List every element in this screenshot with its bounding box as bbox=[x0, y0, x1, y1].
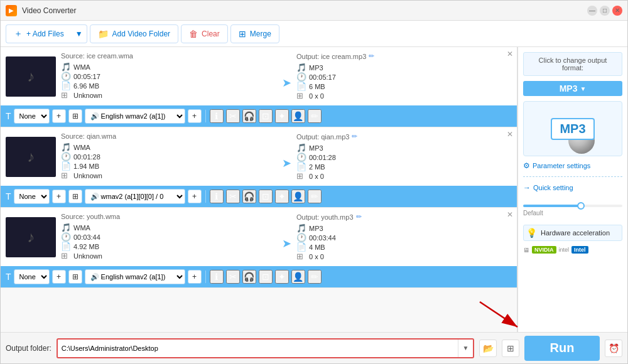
add-track-btn-2[interactable]: + bbox=[52, 190, 66, 203]
quality-slider-thumb[interactable] bbox=[577, 202, 585, 210]
settings-icon: ⚙ bbox=[523, 161, 530, 170]
minimize-button[interactable]: — bbox=[587, 6, 597, 16]
audio-btn-3[interactable]: 🎧 bbox=[242, 270, 256, 284]
close-button[interactable]: ✕ bbox=[612, 6, 622, 16]
add-audio-btn-1[interactable]: + bbox=[188, 109, 202, 123]
audio-btn-2[interactable]: 🎧 bbox=[242, 190, 256, 203]
maximize-button[interactable]: □ bbox=[600, 6, 610, 16]
out-size-icon-3: 📄 bbox=[296, 242, 306, 252]
effect-btn-2[interactable]: ✦ bbox=[275, 190, 289, 203]
output-folder-input[interactable] bbox=[58, 340, 458, 357]
watermark-btn-2[interactable]: 👤 bbox=[291, 190, 305, 203]
current-format: MP3 bbox=[560, 83, 578, 94]
audio-select-1[interactable]: 🔊 English wmav2 (a[1]) bbox=[85, 109, 185, 124]
info-btn-3[interactable]: ℹ bbox=[210, 270, 224, 284]
preview-icon: ⊞ bbox=[507, 343, 514, 353]
title-bar: ▶ Video Converter — □ ✕ bbox=[1, 1, 627, 21]
file-output-3: Output: youth.mp3 ✏ bbox=[296, 213, 512, 221]
remove-file-1-button[interactable]: ✕ bbox=[506, 50, 514, 58]
remove-file-2-button[interactable]: ✕ bbox=[506, 130, 514, 139]
size-icon: 📄 bbox=[61, 81, 71, 90]
preview-button[interactable]: ⊞ bbox=[502, 340, 519, 357]
edit-output-icon-1[interactable]: ✏ bbox=[369, 52, 374, 60]
hw-text: Hardware acceleration bbox=[541, 229, 610, 237]
format-icon-3: 🎵 bbox=[61, 223, 71, 232]
crop-btn-2[interactable]: ⊡ bbox=[259, 190, 273, 203]
slider-label: Default bbox=[523, 210, 543, 217]
gpu-icon: 🖥 bbox=[523, 247, 529, 254]
edit-btn-2[interactable]: ✏ bbox=[308, 190, 322, 203]
dim-icon: ⊞ bbox=[61, 90, 71, 100]
file-thumbnail-2: ♪ bbox=[6, 137, 56, 177]
quality-slider-track[interactable] bbox=[523, 205, 622, 207]
add-track-btn-1[interactable]: + bbox=[52, 109, 66, 123]
file-source-3: Source: youth.wma bbox=[61, 213, 276, 220]
edit-track-btn-3[interactable]: ⊞ bbox=[68, 270, 82, 284]
subtitle-icon: T bbox=[6, 111, 11, 121]
add-track-btn-3[interactable]: + bbox=[52, 270, 66, 284]
info-btn-2[interactable]: ℹ bbox=[210, 190, 224, 203]
file-output-1: Output: ice cream.mp3 ✏ bbox=[296, 52, 512, 60]
crop-btn-3[interactable]: ⊡ bbox=[259, 270, 273, 284]
output-folder-label: Output folder: bbox=[6, 344, 51, 353]
alarm-button[interactable]: ⏰ bbox=[605, 340, 622, 357]
file-output-2: Output: qian.mp3 ✏ bbox=[296, 132, 512, 141]
dim-icon-2: ⊞ bbox=[61, 171, 71, 180]
mp3-format-label: MP3 bbox=[560, 122, 585, 136]
clear-button[interactable]: 🗑 Clear bbox=[181, 24, 228, 43]
watermark-btn-1[interactable]: 👤 bbox=[291, 109, 305, 123]
add-audio-btn-3[interactable]: + bbox=[188, 270, 202, 284]
merge-button[interactable]: ⊞ Merge bbox=[230, 24, 279, 43]
file-source-1: Source: ice cream.wma bbox=[61, 52, 276, 60]
format-selector[interactable]: MP3 ▼ bbox=[523, 81, 622, 96]
edit-output-icon-3[interactable]: ✏ bbox=[356, 213, 362, 221]
run-button[interactable]: Run bbox=[524, 336, 600, 361]
audio-btn-1[interactable]: 🎧 bbox=[242, 109, 256, 123]
parameter-settings-link[interactable]: ⚙ Parameter settings bbox=[523, 161, 622, 170]
audio-select-3[interactable]: 🔊 English wmav2 (a[1]) bbox=[85, 269, 185, 284]
audio-select-2[interactable]: 🔊 wmav2 (a[1][0][0] / 0 bbox=[85, 189, 185, 204]
none-select-2[interactable]: None bbox=[14, 189, 50, 204]
effect-btn-1[interactable]: ✦ bbox=[275, 109, 289, 123]
file-thumbnail-3: ♪ bbox=[6, 217, 56, 257]
app-title: Video Converter bbox=[22, 6, 77, 15]
edit-btn-3[interactable]: ✏ bbox=[308, 270, 322, 284]
file-thumbnail-1: ♪ bbox=[6, 56, 56, 97]
add-folder-dropdown[interactable]: ▼ bbox=[72, 24, 87, 43]
trash-icon: 🗑 bbox=[189, 29, 198, 39]
info-btn-1[interactable]: ℹ bbox=[210, 109, 224, 123]
quick-setting-link[interactable]: → Quick setting bbox=[523, 183, 622, 192]
cut-btn-2[interactable]: ✂ bbox=[226, 190, 240, 203]
remove-file-3-button[interactable]: ✕ bbox=[506, 210, 514, 219]
subtitle-icon-2: T bbox=[6, 191, 11, 201]
merge-icon: ⊞ bbox=[239, 29, 246, 39]
gpu-badges: 🖥 NVIDIA intel Intel bbox=[523, 246, 622, 254]
hw-acceleration-section: 💡 Hardware acceleration bbox=[523, 225, 622, 241]
control-bar-2: T None + ⊞ 🔊 wmav2 (a[1][0][0] / 0 + ℹ ✂… bbox=[1, 186, 517, 207]
add-video-folder-button[interactable]: 📁 Add Video Folder bbox=[90, 24, 179, 43]
add-files-button[interactable]: ＋ + Add Files bbox=[6, 24, 72, 43]
edit-track-btn-1[interactable]: ⊞ bbox=[68, 109, 82, 123]
cut-btn-1[interactable]: ✂ bbox=[226, 109, 240, 123]
clock-icon: 🕐 bbox=[61, 72, 71, 81]
watermark-btn-3[interactable]: 👤 bbox=[291, 270, 305, 284]
file-item: ♪ Source: ice cream.wma 🎵 WMA bbox=[1, 47, 517, 127]
output-folder-dropdown-button[interactable]: ▼ bbox=[458, 340, 473, 357]
none-select-3[interactable]: None bbox=[14, 269, 50, 284]
add-audio-btn-2[interactable]: + bbox=[188, 190, 202, 203]
crop-btn-1[interactable]: ⊡ bbox=[259, 109, 273, 123]
size-icon-3: 📄 bbox=[61, 242, 71, 251]
intel-separator: intel bbox=[559, 247, 570, 253]
bottom-bar: Output folder: ▼ 📂 ⊞ Run ⏰ bbox=[1, 332, 627, 363]
edit-track-btn-2[interactable]: ⊞ bbox=[68, 190, 82, 203]
effect-btn-3[interactable]: ✦ bbox=[275, 270, 289, 284]
file-source-2: Source: qian.wma bbox=[61, 132, 276, 140]
browse-folder-button[interactable]: 📂 bbox=[479, 340, 497, 357]
none-select-1[interactable]: None bbox=[14, 109, 50, 124]
out-size-icon-2: 📄 bbox=[296, 162, 306, 171]
format-preview: MP3 bbox=[523, 101, 622, 156]
cut-btn-3[interactable]: ✂ bbox=[226, 270, 240, 284]
edit-btn-1[interactable]: ✏ bbox=[308, 109, 322, 123]
edit-output-icon-2[interactable]: ✏ bbox=[352, 132, 357, 141]
file-item-2: ♪ Source: qian.wma 🎵 WMA bbox=[1, 127, 517, 208]
